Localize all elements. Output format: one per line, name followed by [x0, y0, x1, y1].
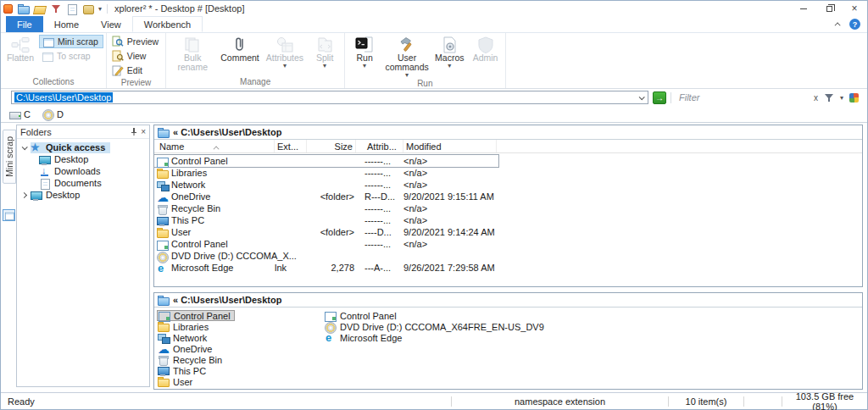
- minimize-icon: [800, 8, 807, 9]
- filter-icon[interactable]: [50, 3, 62, 14]
- file-row[interactable]: This PC------...<n/a>: [154, 214, 498, 226]
- chevron-right-icon[interactable]: [20, 193, 27, 197]
- bottom-pane-path-header[interactable]: « C:\Users\User\Desktop: [154, 293, 862, 308]
- ribbon-group-manage: Bulk rename Comment Attributes ▾ Split ▾: [166, 33, 345, 88]
- mini-scrap-pane-button[interactable]: [3, 209, 15, 221]
- flatten-button[interactable]: Flatten: [3, 34, 37, 63]
- drive-d-button[interactable]: D: [42, 108, 64, 119]
- to-scrap-button[interactable]: To scrap: [39, 49, 103, 63]
- user-commands-button[interactable]: User commands ▾: [383, 34, 431, 78]
- split-button[interactable]: Split ▾: [308, 34, 342, 69]
- file-row[interactable]: OneDrive<folder>R---D...9/20/2021 9:15:1…: [154, 191, 498, 202]
- flatten-icon: [11, 36, 30, 53]
- folders-title: Folders: [20, 127, 127, 137]
- app-icon[interactable]: [3, 4, 13, 14]
- run-button[interactable]: Run ▾: [348, 34, 381, 69]
- filter-dropdown-icon[interactable]: ▾: [840, 95, 843, 101]
- dropdown-arrow-icon: ▾: [448, 63, 451, 69]
- admin-button[interactable]: Admin: [469, 34, 503, 63]
- qat-customize-chevron-icon[interactable]: ▾: [98, 6, 102, 12]
- mini-scrap-button[interactable]: Mini scrap: [39, 35, 103, 48]
- collapse-ribbon-icon[interactable]: [835, 22, 841, 28]
- bottom-pane-column-2: Control Panel DVD Drive (D:) CCCOMA_X64F…: [324, 310, 860, 343]
- address-dropdown-button[interactable]: [635, 96, 648, 100]
- tree-item-desktop[interactable]: Desktop: [17, 153, 149, 165]
- status-free-space: 103.5 GB free (81%): [782, 391, 867, 410]
- filter-input[interactable]: Filter: [679, 92, 699, 102]
- close-button[interactable]: ×: [842, 1, 867, 16]
- column-size[interactable]: Size: [307, 140, 356, 152]
- clear-filter-button[interactable]: x: [814, 93, 818, 102]
- document-icon[interactable]: [66, 3, 78, 14]
- tree-item-desktop-root[interactable]: Desktop: [17, 189, 149, 201]
- restore-button[interactable]: [816, 1, 842, 16]
- tree-item-documents[interactable]: Documents: [17, 177, 149, 189]
- control-panel-icon: [159, 310, 170, 321]
- column-ext[interactable]: Ext...: [275, 140, 307, 152]
- column-modified[interactable]: Modified: [403, 140, 497, 152]
- dropdown-arrow-icon: ▾: [405, 72, 409, 78]
- edit-button[interactable]: Edit: [109, 64, 163, 77]
- separator: [670, 92, 671, 103]
- app-window: ▾ xplorer² * - Desktop # [Desktop] × Fil…: [0, 0, 868, 410]
- group-label-collections: Collections: [3, 76, 103, 88]
- file-item[interactable]: Control Panel: [157, 310, 235, 321]
- file-row[interactable]: Network------...<n/a>: [154, 179, 498, 191]
- chevron-down-icon: [639, 94, 645, 100]
- drive-c-button[interactable]: C: [9, 108, 31, 119]
- dropdown-arrow-icon: ▾: [283, 63, 287, 69]
- filter-funnel-button[interactable]: [823, 92, 835, 103]
- file-row[interactable]: Recycle Bin------...<n/a>: [154, 202, 498, 214]
- group-label-preview: Preview: [109, 77, 163, 89]
- attributes-button[interactable]: Attributes ▾: [264, 34, 306, 69]
- top-pane-path-header[interactable]: « C:\Users\User\Desktop: [154, 125, 862, 140]
- column-attrib[interactable]: Attrib...: [364, 140, 403, 152]
- file-item[interactable]: OneDrive: [157, 343, 215, 354]
- onedrive-icon: [157, 191, 169, 202]
- view-style-button[interactable]: [849, 92, 860, 103]
- tab-file[interactable]: File: [6, 16, 43, 32]
- minimize-button[interactable]: [791, 1, 816, 16]
- go-button[interactable]: →: [653, 91, 666, 104]
- file-row[interactable]: Libraries------...<n/a>: [154, 167, 498, 179]
- view-button[interactable]: View: [109, 49, 163, 63]
- preview-button[interactable]: Preview: [109, 35, 163, 48]
- new-folder-icon[interactable]: [18, 3, 30, 14]
- file-item[interactable]: Microsoft Edge: [324, 332, 405, 343]
- tree-item-downloads[interactable]: Downloads: [17, 165, 149, 177]
- file-item[interactable]: DVD Drive (D:) CCCOMA_X64FRE_EN-US_DV9: [324, 321, 548, 332]
- file-item[interactable]: Libraries: [157, 321, 212, 332]
- stamp-icon[interactable]: [82, 3, 94, 14]
- file-item[interactable]: Control Panel: [324, 310, 400, 321]
- help-icon[interactable]: ?: [849, 19, 860, 30]
- address-input[interactable]: C:\Users\User\Desktop: [11, 91, 648, 104]
- file-item[interactable]: This PC: [157, 365, 209, 376]
- tree-item-quick-access[interactable]: Quick access: [17, 141, 149, 153]
- edit-icon: [112, 64, 124, 76]
- macros-button[interactable]: Macros ▾: [432, 34, 466, 69]
- file-row[interactable]: DVD Drive (D:) CCCOMA_X...: [154, 250, 498, 262]
- tab-workbench[interactable]: Workbench: [132, 16, 203, 32]
- file-row[interactable]: User<folder>----D...9/20/2021 9:14:24 AM: [154, 226, 498, 238]
- group-label-run: Run: [348, 78, 502, 90]
- window-controls: ×: [791, 1, 867, 16]
- pin-icon[interactable]: [131, 128, 137, 136]
- ribbon-group-run: Run ▾ User commands ▾ Macros ▾ Admin: [345, 33, 505, 88]
- tab-home[interactable]: Home: [43, 16, 90, 32]
- control-panel-icon: [325, 310, 337, 321]
- dropdown-arrow-icon: ▾: [323, 63, 326, 69]
- file-item[interactable]: User: [157, 376, 196, 387]
- chevron-down-icon[interactable]: [20, 146, 27, 150]
- file-item[interactable]: Recycle Bin: [157, 354, 225, 365]
- file-row[interactable]: Control Panel------...<n/a>: [154, 155, 498, 167]
- bulk-rename-button[interactable]: Bulk rename: [169, 34, 216, 72]
- desktop-icon: [31, 190, 42, 201]
- title-bar: ▾ xplorer² * - Desktop # [Desktop] ×: [1, 1, 867, 16]
- comment-button[interactable]: Comment: [218, 34, 262, 63]
- close-pane-icon[interactable]: ×: [141, 127, 146, 136]
- mini-scrap-tab[interactable]: Mini scrap: [3, 130, 16, 184]
- file-row[interactable]: Control Panel------...<n/a>: [154, 238, 498, 250]
- open-folder-icon[interactable]: [34, 3, 46, 14]
- tab-view[interactable]: View: [90, 16, 132, 32]
- file-row[interactable]: Microsoft Edgelnk2,278---A-...9/26/2021 …: [154, 262, 498, 274]
